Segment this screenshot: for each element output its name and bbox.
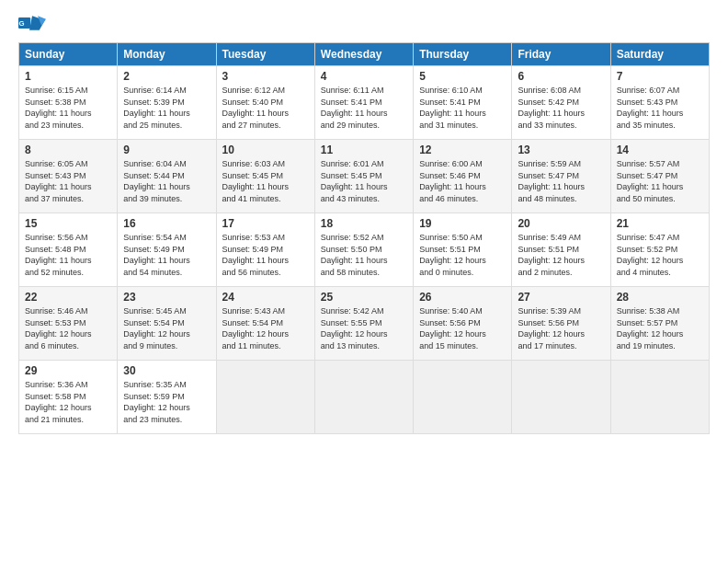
day-cell: 23Sunrise: 5:45 AM Sunset: 5:54 PM Dayli… xyxy=(118,287,216,361)
day-number: 4 xyxy=(321,70,407,83)
day-number: 9 xyxy=(123,144,210,156)
day-number: 26 xyxy=(419,291,506,304)
day-number: 3 xyxy=(222,70,309,83)
day-number: 5 xyxy=(419,70,506,83)
day-cell xyxy=(314,361,413,434)
day-info: Sunrise: 5:40 AM Sunset: 5:56 PM Dayligh… xyxy=(419,305,506,351)
day-info: Sunrise: 5:36 AM Sunset: 5:58 PM Dayligh… xyxy=(25,379,111,425)
day-cell: 9Sunrise: 6:04 AM Sunset: 5:44 PM Daylig… xyxy=(118,140,216,213)
week-row-5: 29Sunrise: 5:36 AM Sunset: 5:58 PM Dayli… xyxy=(19,361,710,434)
day-number: 8 xyxy=(25,144,111,156)
day-header-thursday: Thursday xyxy=(414,43,512,66)
day-number: 12 xyxy=(419,144,506,156)
day-info: Sunrise: 6:05 AM Sunset: 5:43 PM Dayligh… xyxy=(25,158,111,204)
day-header-saturday: Saturday xyxy=(610,43,709,66)
week-row-4: 22Sunrise: 5:46 AM Sunset: 5:53 PM Dayli… xyxy=(19,287,710,361)
day-number: 16 xyxy=(123,217,210,230)
day-cell: 29Sunrise: 5:36 AM Sunset: 5:58 PM Dayli… xyxy=(19,361,118,434)
day-header-tuesday: Tuesday xyxy=(216,43,314,66)
day-number: 6 xyxy=(518,70,604,83)
day-cell: 12Sunrise: 6:00 AM Sunset: 5:46 PM Dayli… xyxy=(414,140,512,213)
day-number: 29 xyxy=(25,364,111,377)
day-cell: 7Sunrise: 6:07 AM Sunset: 5:43 PM Daylig… xyxy=(610,66,709,140)
day-header-wednesday: Wednesday xyxy=(314,43,413,66)
week-row-1: 1Sunrise: 6:15 AM Sunset: 5:38 PM Daylig… xyxy=(19,66,710,140)
day-info: Sunrise: 5:53 AM Sunset: 5:49 PM Dayligh… xyxy=(222,232,309,278)
day-cell: 18Sunrise: 5:52 AM Sunset: 5:50 PM Dayli… xyxy=(314,213,413,287)
day-number: 24 xyxy=(222,291,309,304)
day-info: Sunrise: 6:01 AM Sunset: 5:45 PM Dayligh… xyxy=(321,158,407,204)
week-row-3: 15Sunrise: 5:56 AM Sunset: 5:48 PM Dayli… xyxy=(19,213,710,287)
day-info: Sunrise: 5:52 AM Sunset: 5:50 PM Dayligh… xyxy=(321,232,407,278)
day-info: Sunrise: 5:49 AM Sunset: 5:51 PM Dayligh… xyxy=(518,232,604,278)
day-number: 23 xyxy=(123,291,210,304)
day-info: Sunrise: 6:08 AM Sunset: 5:42 PM Dayligh… xyxy=(518,85,604,131)
day-cell: 10Sunrise: 6:03 AM Sunset: 5:45 PM Dayli… xyxy=(216,140,314,213)
day-cell: 26Sunrise: 5:40 AM Sunset: 5:56 PM Dayli… xyxy=(414,287,512,361)
day-cell xyxy=(414,361,512,434)
day-info: Sunrise: 6:10 AM Sunset: 5:41 PM Dayligh… xyxy=(419,85,506,131)
day-cell: 14Sunrise: 5:57 AM Sunset: 5:47 PM Dayli… xyxy=(610,140,709,213)
day-number: 17 xyxy=(222,217,309,230)
day-cell: 13Sunrise: 5:59 AM Sunset: 5:47 PM Dayli… xyxy=(512,140,610,213)
day-info: Sunrise: 5:43 AM Sunset: 5:54 PM Dayligh… xyxy=(222,305,309,351)
day-cell xyxy=(512,361,610,434)
day-info: Sunrise: 6:07 AM Sunset: 5:43 PM Dayligh… xyxy=(617,85,703,131)
svg-text:G: G xyxy=(19,19,25,28)
day-cell: 19Sunrise: 5:50 AM Sunset: 5:51 PM Dayli… xyxy=(414,213,512,287)
day-info: Sunrise: 5:46 AM Sunset: 5:53 PM Dayligh… xyxy=(25,305,111,351)
day-number: 18 xyxy=(321,217,407,230)
day-info: Sunrise: 5:56 AM Sunset: 5:48 PM Dayligh… xyxy=(25,232,111,278)
day-cell: 5Sunrise: 6:10 AM Sunset: 5:41 PM Daylig… xyxy=(414,66,512,140)
week-row-2: 8Sunrise: 6:05 AM Sunset: 5:43 PM Daylig… xyxy=(19,140,710,213)
header: G xyxy=(18,15,710,33)
day-header-monday: Monday xyxy=(118,43,216,66)
day-info: Sunrise: 6:04 AM Sunset: 5:44 PM Dayligh… xyxy=(123,158,210,204)
day-cell: 30Sunrise: 5:35 AM Sunset: 5:59 PM Dayli… xyxy=(118,361,216,434)
day-cell: 21Sunrise: 5:47 AM Sunset: 5:52 PM Dayli… xyxy=(610,213,709,287)
day-cell: 1Sunrise: 6:15 AM Sunset: 5:38 PM Daylig… xyxy=(19,66,118,140)
day-cell: 3Sunrise: 6:12 AM Sunset: 5:40 PM Daylig… xyxy=(216,66,314,140)
day-number: 28 xyxy=(617,291,703,304)
day-cell: 8Sunrise: 6:05 AM Sunset: 5:43 PM Daylig… xyxy=(19,140,118,213)
day-cell: 17Sunrise: 5:53 AM Sunset: 5:49 PM Dayli… xyxy=(216,213,314,287)
day-info: Sunrise: 6:12 AM Sunset: 5:40 PM Dayligh… xyxy=(222,85,309,131)
logo: G xyxy=(18,15,46,33)
header-row: SundayMondayTuesdayWednesdayThursdayFrid… xyxy=(19,43,710,66)
day-number: 21 xyxy=(617,217,703,230)
calendar-table: SundayMondayTuesdayWednesdayThursdayFrid… xyxy=(18,42,710,434)
day-number: 25 xyxy=(321,291,407,304)
day-info: Sunrise: 5:39 AM Sunset: 5:56 PM Dayligh… xyxy=(518,305,604,351)
day-info: Sunrise: 5:57 AM Sunset: 5:47 PM Dayligh… xyxy=(617,158,703,204)
day-cell: 4Sunrise: 6:11 AM Sunset: 5:41 PM Daylig… xyxy=(314,66,413,140)
day-info: Sunrise: 6:03 AM Sunset: 5:45 PM Dayligh… xyxy=(222,158,309,204)
day-info: Sunrise: 5:59 AM Sunset: 5:47 PM Dayligh… xyxy=(518,158,604,204)
page: G SundayMondayTuesdayWednesdayThursdayFr… xyxy=(0,0,728,563)
day-cell: 16Sunrise: 5:54 AM Sunset: 5:49 PM Dayli… xyxy=(118,213,216,287)
day-cell: 6Sunrise: 6:08 AM Sunset: 5:42 PM Daylig… xyxy=(512,66,610,140)
day-cell: 22Sunrise: 5:46 AM Sunset: 5:53 PM Dayli… xyxy=(19,287,118,361)
day-info: Sunrise: 5:54 AM Sunset: 5:49 PM Dayligh… xyxy=(123,232,210,278)
day-cell: 2Sunrise: 6:14 AM Sunset: 5:39 PM Daylig… xyxy=(118,66,216,140)
day-info: Sunrise: 5:47 AM Sunset: 5:52 PM Dayligh… xyxy=(617,232,703,278)
day-cell: 25Sunrise: 5:42 AM Sunset: 5:55 PM Dayli… xyxy=(314,287,413,361)
day-number: 2 xyxy=(123,70,210,83)
day-header-sunday: Sunday xyxy=(19,43,118,66)
day-info: Sunrise: 5:38 AM Sunset: 5:57 PM Dayligh… xyxy=(617,305,703,351)
day-cell: 24Sunrise: 5:43 AM Sunset: 5:54 PM Dayli… xyxy=(216,287,314,361)
day-number: 10 xyxy=(222,144,309,156)
day-number: 15 xyxy=(25,217,111,230)
day-cell: 11Sunrise: 6:01 AM Sunset: 5:45 PM Dayli… xyxy=(314,140,413,213)
logo-icon: G xyxy=(18,15,46,31)
day-info: Sunrise: 6:15 AM Sunset: 5:38 PM Dayligh… xyxy=(25,85,111,131)
day-number: 14 xyxy=(617,144,703,156)
day-info: Sunrise: 5:45 AM Sunset: 5:54 PM Dayligh… xyxy=(123,305,210,351)
day-number: 27 xyxy=(518,291,604,304)
day-info: Sunrise: 6:14 AM Sunset: 5:39 PM Dayligh… xyxy=(123,85,210,131)
day-cell: 15Sunrise: 5:56 AM Sunset: 5:48 PM Dayli… xyxy=(19,213,118,287)
day-info: Sunrise: 5:50 AM Sunset: 5:51 PM Dayligh… xyxy=(419,232,506,278)
day-cell xyxy=(610,361,709,434)
day-number: 7 xyxy=(617,70,703,83)
day-info: Sunrise: 6:11 AM Sunset: 5:41 PM Dayligh… xyxy=(321,85,407,131)
day-info: Sunrise: 5:42 AM Sunset: 5:55 PM Dayligh… xyxy=(321,305,407,351)
